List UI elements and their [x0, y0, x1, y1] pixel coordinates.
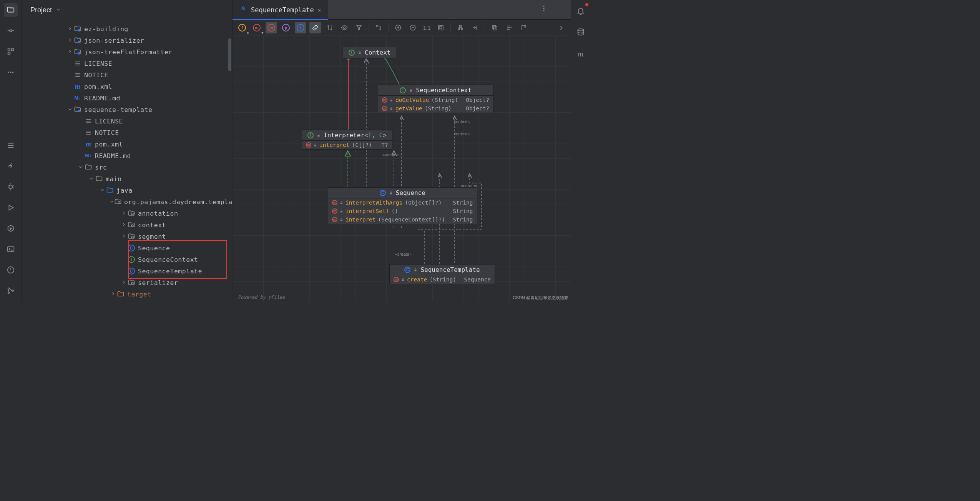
tree-readme-2[interactable]: M↓README.md: [22, 150, 232, 161]
sort-button[interactable]: [324, 22, 336, 33]
class-icon: C: [380, 190, 386, 196]
tree-ez-building[interactable]: ez-building: [22, 23, 232, 35]
tree-sequencetemplate[interactable]: CSequenceTemplate: [22, 265, 232, 277]
tree-node-icon: [73, 48, 82, 56]
tree-arrow-icon[interactable]: [88, 176, 95, 182]
layout-button[interactable]: [455, 22, 466, 33]
tree-arrow-icon[interactable]: [66, 38, 73, 43]
copy-button[interactable]: [489, 22, 500, 33]
tree-arrow-icon[interactable]: [120, 211, 127, 216]
tree-sequencecontext[interactable]: ISequenceContext: [22, 254, 232, 265]
tree-json-serializer[interactable]: json-serializer: [22, 35, 232, 46]
apply-layout-button[interactable]: [469, 22, 481, 33]
tree-arrow-icon[interactable]: [110, 199, 114, 205]
tree-json-treeflat[interactable]: json-treeFlatFormatter: [22, 46, 232, 58]
tree-arrow-icon[interactable]: [66, 26, 73, 32]
filter-properties-button[interactable]: p: [280, 22, 292, 33]
tree-node-label: json-treeFlatFormatter: [84, 48, 173, 56]
tree-annotation[interactable]: annotation: [22, 208, 232, 219]
svg-point-50: [543, 10, 544, 11]
export-button[interactable]: [518, 22, 530, 33]
tree-arrow-icon[interactable]: [110, 291, 116, 297]
uml-context[interactable]: I Context: [343, 47, 396, 58]
maven-tool-icon[interactable]: m: [574, 47, 588, 61]
tree-sequence-template[interactable]: sequence-template: [22, 104, 232, 115]
expand-right-icon[interactable]: [555, 22, 567, 33]
tab-close-icon[interactable]: ✕: [318, 7, 321, 13]
tree-arrow-icon[interactable]: [120, 280, 127, 286]
todo-tool-icon[interactable]: [4, 138, 18, 152]
build-tool-icon[interactable]: [4, 159, 18, 173]
lock-icon: [401, 278, 405, 281]
tree-license-2[interactable]: LICENSE: [22, 115, 232, 127]
sidebar-header[interactable]: Project: [22, 0, 232, 20]
settings-button[interactable]: [503, 22, 515, 33]
route-button[interactable]: [373, 22, 384, 33]
lock-icon: [340, 210, 343, 213]
tree-arrow-icon[interactable]: [66, 49, 73, 55]
tree-arrow-icon[interactable]: [120, 234, 127, 240]
filter-inner-button[interactable]: I: [295, 22, 306, 33]
zoom-out-button[interactable]: [407, 22, 419, 33]
tree-java[interactable]: java: [22, 185, 232, 196]
tree-arrow-icon[interactable]: [120, 222, 127, 228]
tree-node-label: main: [106, 175, 122, 183]
svg-rect-32: [493, 27, 497, 30]
tree-scrollbar[interactable]: [228, 38, 231, 71]
tree-serializer[interactable]: serializer: [22, 277, 232, 288]
more-tool-icon[interactable]: [4, 65, 18, 79]
services-tool-icon[interactable]: [4, 221, 18, 235]
problems-tool-icon[interactable]: [4, 263, 18, 277]
project-tree[interactable]: ez-buildingjson-serializerjson-treeFlatF…: [22, 20, 232, 301]
debug-tool-icon[interactable]: [4, 180, 18, 194]
lock-icon: [390, 98, 393, 102]
fit-content-button[interactable]: [435, 22, 447, 33]
tree-context[interactable]: context: [22, 219, 232, 231]
tree-arrow-icon[interactable]: [77, 165, 84, 170]
tree-notice-2[interactable]: NOTICE: [22, 127, 232, 138]
zoom-in-button[interactable]: [392, 22, 404, 33]
tree-pom-2[interactable]: mpom.xml: [22, 138, 232, 150]
uml-interpreter[interactable]: I Interpreter<T, C> minterpret(C[]?)T?: [302, 130, 392, 150]
tree-segment[interactable]: segment: [22, 231, 232, 242]
svg-rect-41: [314, 145, 316, 146]
notifications-icon[interactable]: [574, 4, 588, 18]
uml-diagram-canvas[interactable]: I Context I SequenceContext mdoGetValue(…: [233, 35, 571, 301]
uml-sequencetemplate[interactable]: C SequenceTemplate mcreate(String)Sequen…: [389, 264, 495, 284]
filter-constructors-button[interactable]: m★: [251, 22, 262, 33]
link-button[interactable]: [309, 22, 321, 33]
uml-sequencecontext[interactable]: I SequenceContext mdoGetValue(String)Obj…: [378, 85, 493, 113]
interface-icon: I: [307, 132, 314, 138]
tree-arrow-icon[interactable]: [99, 188, 106, 193]
more-options-icon[interactable]: [540, 5, 548, 13]
commit-tool-icon[interactable]: [4, 24, 18, 38]
tab-sequencetemplate[interactable]: SequenceTemplate ✕: [233, 0, 328, 20]
filter-fields-button[interactable]: f★: [236, 22, 248, 33]
svg-point-5: [10, 72, 12, 73]
tree-sequence[interactable]: CSequence: [22, 242, 232, 254]
terminal-tool-icon[interactable]: [4, 242, 18, 256]
tree-node-icon: [84, 163, 93, 171]
uml-sequence[interactable]: C Sequence minterpretWithArgs(Object[]?)…: [328, 187, 477, 224]
tree-package[interactable]: org.pajamas.daydream.template: [22, 196, 232, 208]
visibility-button[interactable]: [339, 22, 350, 33]
database-tool-icon[interactable]: [574, 25, 588, 39]
run-tool-icon[interactable]: [4, 201, 18, 215]
tree-target[interactable]: target: [22, 288, 232, 300]
tree-notice-1[interactable]: NOTICE: [22, 69, 232, 81]
tree-src[interactable]: src: [22, 161, 232, 173]
structure-tool-icon[interactable]: [4, 45, 18, 58]
tree-readme-1[interactable]: M↓README.md: [22, 92, 232, 104]
tree-main[interactable]: main: [22, 173, 232, 185]
tree-pom-1[interactable]: mpom.xml: [22, 81, 232, 92]
tree-node-icon: [127, 209, 136, 218]
filter-methods-button[interactable]: m: [266, 22, 277, 33]
tree-license-1[interactable]: LICENSE: [22, 58, 232, 69]
uml-class-name: Context: [365, 49, 390, 56]
zoom-actual-button[interactable]: 1:1: [422, 22, 432, 33]
git-tool-icon[interactable]: [4, 284, 18, 298]
tree-arrow-icon[interactable]: [66, 107, 73, 113]
project-tool-icon[interactable]: [4, 3, 18, 17]
method-params: (String): [429, 276, 456, 283]
filter-button[interactable]: [353, 22, 365, 33]
